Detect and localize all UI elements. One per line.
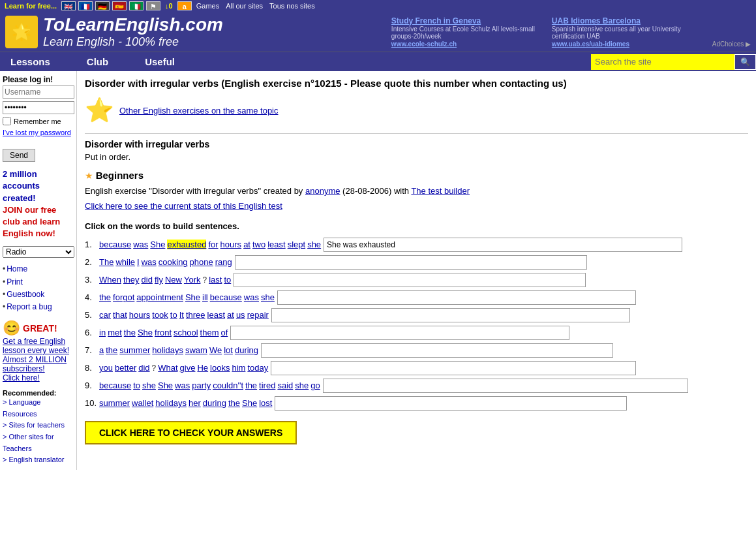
username-input[interactable] [3, 86, 74, 99]
word-item[interactable]: us [236, 310, 245, 320]
word-item[interactable]: at [227, 310, 234, 320]
word-item[interactable]: When [99, 275, 121, 285]
word-item[interactable]: for [208, 240, 218, 249]
word-item[interactable]: the [124, 328, 136, 337]
ad1-url-link[interactable]: www.ecole-schulz.ch [391, 40, 457, 48]
word-item[interactable]: She [138, 328, 153, 337]
word-item[interactable]: to [133, 381, 140, 390]
word-item[interactable]: The [99, 257, 113, 267]
answer-input[interactable] [230, 326, 569, 340]
word-item[interactable]: was [244, 292, 259, 302]
answer-input[interactable] [234, 273, 586, 287]
word-item[interactable]: while [115, 257, 135, 267]
stats-link[interactable]: Click here to see the current stats of t… [85, 201, 282, 211]
answer-input[interactable] [323, 379, 688, 393]
search-button[interactable]: 🔍 [734, 54, 756, 70]
sidebar-other-sites-link[interactable]: > Other sites for Teachers [3, 431, 74, 454]
test-builder-link[interactable]: The test builder [411, 186, 470, 196]
flag-uk-icon[interactable]: 🇬🇧 [61, 1, 76, 10]
word-item[interactable]: holidays [152, 345, 183, 355]
word-item[interactable]: She [150, 240, 165, 249]
word-item[interactable]: phone [190, 257, 213, 267]
word-item[interactable]: her [189, 398, 201, 408]
word-item[interactable]: school [174, 328, 198, 337]
word-item[interactable]: It [179, 310, 184, 320]
word-item[interactable]: was [142, 257, 157, 267]
word-item[interactable]: He [197, 363, 208, 373]
word-item[interactable]: she [295, 381, 309, 390]
author-link[interactable]: anonyme [305, 186, 340, 196]
all-sites-link[interactable]: All our sites [224, 2, 265, 10]
word-item[interactable]: because [99, 381, 131, 390]
word-item[interactable]: that [113, 310, 127, 320]
word-item[interactable]: repair [247, 310, 269, 320]
word-item[interactable]: summer [99, 398, 130, 408]
ad2-title-link[interactable]: UAB Idiomes Barcelona [552, 16, 641, 25]
word-item[interactable]: appointment [136, 292, 183, 302]
word-item[interactable]: swam [185, 345, 207, 355]
word-item[interactable]: I [137, 257, 140, 267]
word-item[interactable]: the [99, 292, 111, 302]
word-item[interactable]: today [247, 363, 268, 373]
word-item[interactable]: in [99, 328, 106, 337]
answer-input[interactable] [324, 238, 682, 252]
password-input[interactable] [3, 101, 74, 114]
flag-de-icon[interactable]: 🇩🇪 [95, 1, 110, 10]
ad2-url-link[interactable]: www.uab.es/uab-idiomes [552, 40, 629, 48]
word-item[interactable]: them [200, 328, 219, 337]
word-item[interactable]: forgot [113, 292, 134, 302]
nav-lessons[interactable]: Lessons [0, 52, 76, 71]
word-item[interactable]: at [243, 240, 250, 249]
word-item[interactable]: to [224, 275, 231, 285]
word-item[interactable]: the [245, 381, 257, 390]
flag-es-icon[interactable]: 🇪🇸 [112, 1, 127, 10]
word-item[interactable]: three [186, 310, 205, 320]
tous-sites-link[interactable]: Tous nos sites [267, 2, 317, 10]
answer-input[interactable] [271, 308, 630, 322]
word-item[interactable]: met [108, 328, 122, 337]
free-lesson-link[interactable]: Get a free English lesson every week! Al… [3, 337, 69, 382]
word-item[interactable]: hours [129, 310, 151, 320]
word-item[interactable]: rang [215, 257, 232, 267]
word-item[interactable]: What [158, 363, 177, 373]
word-item[interactable]: She [185, 292, 200, 302]
word-item[interactable]: fly [155, 275, 163, 285]
sidebar-translator-link[interactable]: > English translator [3, 454, 74, 466]
learn-free-link[interactable]: Learn for free... [3, 2, 59, 10]
ad1-title-link[interactable]: Study French in Geneva [391, 16, 481, 25]
answer-input[interactable] [277, 290, 636, 305]
word-item[interactable]: you [99, 363, 113, 373]
word-item[interactable]: two [252, 240, 265, 249]
word-item[interactable]: lost [259, 398, 272, 408]
answer-input[interactable] [275, 396, 627, 411]
word-item[interactable]: said [277, 381, 293, 390]
word-item[interactable]: she [142, 381, 156, 390]
sidebar-print-link[interactable]: •Print [3, 276, 74, 288]
word-item[interactable]: go [310, 381, 320, 390]
answer-input[interactable] [261, 343, 613, 358]
word-item[interactable]: She [242, 398, 257, 408]
word-item[interactable]: ill [202, 292, 208, 302]
word-item[interactable]: because [99, 240, 131, 249]
sidebar-home-link[interactable]: •Home [3, 263, 74, 275]
word-item[interactable]: was [175, 381, 190, 390]
word-item[interactable]: did [138, 363, 149, 373]
word-item[interactable]: exhausted [167, 240, 206, 249]
word-item[interactable]: a [99, 345, 104, 355]
word-item[interactable]: tired [259, 381, 275, 390]
check-answers-button[interactable]: CLICK HERE TO CHECK YOUR ANSWERS [85, 421, 297, 444]
word-item[interactable]: him [232, 363, 245, 373]
word-item[interactable]: she [307, 240, 321, 249]
promo-link[interactable]: 2 million accounts created! JOIN our fre… [3, 169, 60, 238]
word-item[interactable]: car [99, 310, 111, 320]
word-item[interactable]: give [180, 363, 196, 373]
nav-club[interactable]: Club [76, 52, 134, 71]
answer-input[interactable] [271, 361, 636, 375]
word-item[interactable]: summer [119, 345, 150, 355]
send-button[interactable]: Send [3, 149, 35, 162]
word-item[interactable]: We [209, 345, 222, 355]
word-item[interactable]: New [165, 275, 182, 285]
word-item[interactable]: She [158, 381, 173, 390]
word-item[interactable]: because [210, 292, 242, 302]
word-item[interactable]: took [152, 310, 168, 320]
